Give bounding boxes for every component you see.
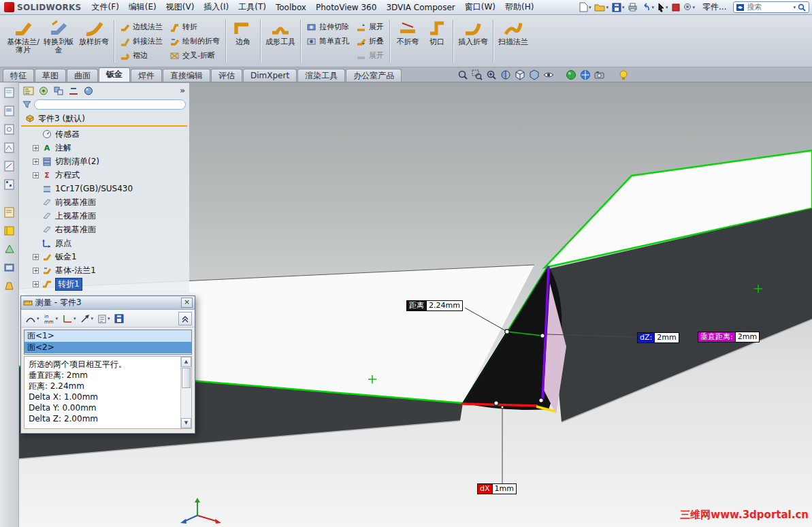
- simple-hole-button[interactable]: 简单直孔: [305, 35, 351, 48]
- apply-scene-icon[interactable]: [580, 69, 591, 81]
- menu-toolbox[interactable]: Toolbox: [271, 1, 311, 14]
- tree-item-cut-list[interactable]: + 切割清单(2): [19, 155, 189, 168]
- tree-filter-input[interactable]: [34, 99, 186, 110]
- tab-dimxpert[interactable]: DimXpert: [243, 69, 297, 82]
- lofted-bend-button[interactable]: 放样折弯: [76, 17, 112, 65]
- tab-office-products[interactable]: 办公室产品: [346, 69, 402, 82]
- zoom-in-out-icon[interactable]: [486, 69, 497, 81]
- save-measurement-button[interactable]: [113, 311, 125, 326]
- view-orientation-icon[interactable]: [515, 69, 525, 81]
- tree-item-front-plane[interactable]: 前视基准面: [19, 195, 189, 209]
- tab-sheet-metal[interactable]: 钣金: [99, 67, 130, 82]
- view-settings-icon[interactable]: [594, 69, 605, 81]
- measurement-history-button[interactable]: ▾: [96, 311, 112, 326]
- sketched-bend-button[interactable]: 绘制的折弯: [168, 35, 221, 48]
- menu-3dvia[interactable]: 3DVIA Composer: [381, 1, 459, 14]
- expand-icon[interactable]: +: [33, 172, 39, 178]
- edit-appearance-icon[interactable]: [566, 69, 576, 81]
- selection-item-face2[interactable]: 面<2>: [25, 342, 191, 353]
- corners-button[interactable]: 边角: [228, 17, 258, 65]
- search-input[interactable]: [747, 3, 790, 12]
- tree-item-origin[interactable]: 原点: [19, 236, 189, 250]
- selection-item-face1[interactable]: 面<1>: [25, 330, 191, 342]
- tab-evaluate[interactable]: 评估: [211, 69, 242, 82]
- menu-window[interactable]: 窗口(W): [460, 0, 500, 14]
- feature-manager-tab-icon[interactable]: [23, 86, 34, 96]
- expand-icon[interactable]: +: [33, 281, 39, 287]
- flatten-button[interactable]: 展开: [355, 49, 385, 62]
- tab-direct-editing[interactable]: 直接编辑: [163, 69, 210, 82]
- tab-weldments[interactable]: 焊件: [131, 69, 162, 82]
- side-toolbar-icon[interactable]: [3, 261, 16, 274]
- cross-break-button[interactable]: 交叉-折断: [168, 49, 221, 62]
- expand-icon[interactable]: +: [33, 254, 39, 260]
- dimxpert-manager-tab-icon[interactable]: [68, 86, 79, 96]
- menu-tools[interactable]: 工具(T): [233, 0, 271, 14]
- tree-item-base-flange[interactable]: + 基体-法兰1: [19, 264, 189, 277]
- fold-button[interactable]: 折叠: [355, 35, 385, 48]
- tab-surfaces[interactable]: 曲面: [67, 69, 98, 82]
- side-toolbar-icon[interactable]: [3, 178, 16, 191]
- display-style-icon[interactable]: [529, 69, 540, 81]
- unfold-button[interactable]: 展开: [355, 20, 385, 33]
- units-button[interactable]: inmm ▾: [42, 311, 60, 326]
- jog-button[interactable]: 转折: [168, 20, 221, 33]
- extruded-cut-button[interactable]: 拉伸切除: [305, 20, 351, 33]
- base-flange-button[interactable]: 基体法兰/薄片: [5, 17, 41, 65]
- scroll-up-icon[interactable]: ▲: [181, 357, 191, 367]
- side-toolbar-icon[interactable]: [3, 160, 16, 172]
- menu-file[interactable]: 文件(F): [87, 0, 124, 14]
- tab-sketch[interactable]: 草图: [35, 69, 66, 82]
- expand-icon[interactable]: +: [33, 268, 39, 274]
- tree-item-jog1[interactable]: + 转折1: [19, 277, 189, 291]
- insert-bends-button[interactable]: 插入折弯: [455, 17, 491, 65]
- open-icon[interactable]: ▾: [594, 1, 609, 14]
- tree-item-top-plane[interactable]: 上视基准面: [19, 209, 189, 223]
- tree-item-sheet-metal[interactable]: + 钣金1: [19, 250, 189, 264]
- convert-to-sheetmetal-button[interactable]: 转换到钣金: [41, 17, 76, 65]
- side-toolbar-icon[interactable]: [3, 243, 16, 255]
- measure-dialog-titlebar[interactable]: 测量 - 零件3 ×: [21, 296, 195, 310]
- light-bulb-icon[interactable]: [618, 69, 629, 81]
- scrollbar-thumb[interactable]: [182, 368, 191, 388]
- tab-render-tools[interactable]: 渲染工具: [297, 69, 345, 82]
- section-view-icon[interactable]: [500, 69, 511, 81]
- side-toolbar-icon[interactable]: [3, 123, 16, 135]
- tree-item-annotations[interactable]: + A 注解: [19, 141, 189, 155]
- no-bends-button[interactable]: 不折弯: [392, 17, 423, 65]
- collapse-results-button[interactable]: [178, 312, 192, 325]
- miter-flange-button[interactable]: 斜接法兰: [118, 35, 164, 48]
- tree-item-material[interactable]: 1Cr17(GB)/SUS430: [19, 182, 189, 195]
- menu-photoview[interactable]: PhotoView 360: [311, 1, 381, 14]
- side-toolbar-icon[interactable]: [3, 105, 16, 117]
- arc-measure-button[interactable]: ▾: [24, 311, 41, 326]
- results-scrollbar[interactable]: ▲ ▼: [180, 357, 191, 428]
- panel-expand-chevron-icon[interactable]: »: [180, 86, 185, 95]
- filter-funnel-icon[interactable]: [22, 100, 31, 109]
- side-toolbar-icon[interactable]: [3, 280, 16, 292]
- rip-button[interactable]: 切口: [423, 17, 451, 65]
- hem-button[interactable]: 褶边: [118, 49, 164, 62]
- save-icon[interactable]: ▾: [611, 1, 626, 14]
- tree-item-equations[interactable]: + Σ 方程式: [19, 168, 189, 182]
- close-icon[interactable]: ×: [181, 298, 193, 308]
- new-document-icon[interactable]: ▾: [579, 1, 592, 14]
- menu-insert[interactable]: 插入(I): [199, 0, 233, 14]
- tree-root-item[interactable]: 零件3 (默认): [19, 112, 189, 125]
- tree-selected-item-label[interactable]: 转折1: [55, 278, 82, 291]
- point-to-point-button[interactable]: ▾: [61, 311, 78, 326]
- menu-view[interactable]: 视图(V): [161, 0, 199, 14]
- hide-show-items-icon[interactable]: [543, 69, 554, 81]
- undo-icon[interactable]: ▾: [640, 1, 655, 14]
- zoom-fit-icon[interactable]: [457, 69, 468, 81]
- tab-features[interactable]: 特征: [3, 69, 34, 82]
- edge-flange-button[interactable]: 边线法兰: [118, 20, 164, 33]
- expand-icon[interactable]: +: [33, 159, 39, 165]
- search-box[interactable]: ▾: [733, 1, 809, 13]
- scroll-down-icon[interactable]: ▼: [181, 418, 191, 428]
- tree-item-right-plane[interactable]: 右视基准面: [19, 223, 189, 236]
- projection-button[interactable]: ▾: [79, 311, 95, 326]
- menu-edit[interactable]: 编辑(E): [124, 0, 161, 14]
- side-toolbar-icon[interactable]: [3, 206, 16, 219]
- menu-help[interactable]: 帮助(H): [500, 0, 538, 14]
